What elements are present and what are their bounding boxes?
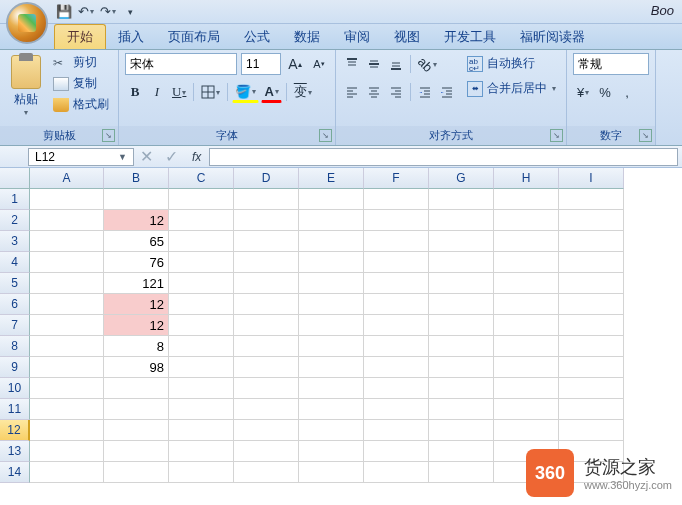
column-header-I[interactable]: I (559, 168, 624, 189)
cell-F3[interactable] (364, 231, 429, 252)
cell-A9[interactable] (30, 357, 104, 378)
cell-I2[interactable] (559, 210, 624, 231)
align-right-button[interactable] (386, 81, 406, 103)
cell-G1[interactable] (429, 189, 494, 210)
column-header-D[interactable]: D (234, 168, 299, 189)
name-box[interactable]: L12▼ (28, 148, 134, 166)
cell-C13[interactable] (169, 441, 234, 462)
phonetic-button[interactable]: 变 (291, 81, 315, 103)
cell-I11[interactable] (559, 399, 624, 420)
align-left-button[interactable] (342, 81, 362, 103)
cell-I12[interactable] (559, 420, 624, 441)
cell-D9[interactable] (234, 357, 299, 378)
cell-B7[interactable]: 12 (104, 315, 169, 336)
cell-E14[interactable] (299, 462, 364, 483)
tab-insert[interactable]: 插入 (106, 24, 156, 49)
cell-G10[interactable] (429, 378, 494, 399)
cell-A2[interactable] (30, 210, 104, 231)
cell-D3[interactable] (234, 231, 299, 252)
cell-I3[interactable] (559, 231, 624, 252)
cell-D10[interactable] (234, 378, 299, 399)
fx-button[interactable]: fx (192, 150, 201, 164)
cell-A3[interactable] (30, 231, 104, 252)
row-header-3[interactable]: 3 (0, 231, 30, 252)
comma-button[interactable]: , (617, 81, 637, 103)
cell-D2[interactable] (234, 210, 299, 231)
cell-D5[interactable] (234, 273, 299, 294)
cell-G12[interactable] (429, 420, 494, 441)
row-header-2[interactable]: 2 (0, 210, 30, 231)
cell-B8[interactable]: 8 (104, 336, 169, 357)
align-bottom-button[interactable] (386, 53, 406, 75)
row-header-11[interactable]: 11 (0, 399, 30, 420)
cell-F7[interactable] (364, 315, 429, 336)
number-format-select[interactable] (573, 53, 649, 75)
qat-customize-icon[interactable]: ▾ (122, 4, 138, 20)
cell-G8[interactable] (429, 336, 494, 357)
cell-B2[interactable]: 12 (104, 210, 169, 231)
cell-C4[interactable] (169, 252, 234, 273)
formula-bar[interactable] (209, 148, 678, 166)
cell-D11[interactable] (234, 399, 299, 420)
cell-F4[interactable] (364, 252, 429, 273)
border-button[interactable] (198, 81, 223, 103)
cell-A1[interactable] (30, 189, 104, 210)
font-name-select[interactable] (125, 53, 237, 75)
cell-C8[interactable] (169, 336, 234, 357)
font-dialog-launcher[interactable]: ↘ (319, 129, 332, 142)
cell-G6[interactable] (429, 294, 494, 315)
number-dialog-launcher[interactable]: ↘ (639, 129, 652, 142)
row-header-10[interactable]: 10 (0, 378, 30, 399)
accounting-format-button[interactable]: ¥ (573, 81, 593, 103)
percent-button[interactable]: % (595, 81, 615, 103)
cell-H1[interactable] (494, 189, 559, 210)
cell-E9[interactable] (299, 357, 364, 378)
cell-D6[interactable] (234, 294, 299, 315)
cell-G14[interactable] (429, 462, 494, 483)
row-header-12[interactable]: 12 (0, 420, 30, 441)
cell-F9[interactable] (364, 357, 429, 378)
redo-icon[interactable]: ↷ (100, 4, 116, 20)
save-icon[interactable]: 💾 (56, 4, 72, 20)
cell-D14[interactable] (234, 462, 299, 483)
align-center-button[interactable] (364, 81, 384, 103)
cell-D8[interactable] (234, 336, 299, 357)
cell-F1[interactable] (364, 189, 429, 210)
row-header-6[interactable]: 6 (0, 294, 30, 315)
cell-G11[interactable] (429, 399, 494, 420)
cells-area[interactable]: 1265761211212898 (30, 189, 682, 483)
font-color-button[interactable]: A (261, 81, 281, 103)
align-middle-button[interactable] (364, 53, 384, 75)
cell-G4[interactable] (429, 252, 494, 273)
cell-A4[interactable] (30, 252, 104, 273)
cell-A7[interactable] (30, 315, 104, 336)
cell-B6[interactable]: 12 (104, 294, 169, 315)
column-header-G[interactable]: G (429, 168, 494, 189)
cell-C7[interactable] (169, 315, 234, 336)
cell-E2[interactable] (299, 210, 364, 231)
cell-H6[interactable] (494, 294, 559, 315)
cell-A6[interactable] (30, 294, 104, 315)
cell-E5[interactable] (299, 273, 364, 294)
row-header-1[interactable]: 1 (0, 189, 30, 210)
cell-D4[interactable] (234, 252, 299, 273)
tab-view[interactable]: 视图 (382, 24, 432, 49)
cell-B1[interactable] (104, 189, 169, 210)
bold-button[interactable]: B (125, 81, 145, 103)
cell-C1[interactable] (169, 189, 234, 210)
cell-B10[interactable] (104, 378, 169, 399)
cell-I7[interactable] (559, 315, 624, 336)
cell-B4[interactable]: 76 (104, 252, 169, 273)
cell-I5[interactable] (559, 273, 624, 294)
copy-button[interactable]: 复制 (50, 74, 112, 93)
cell-A12[interactable] (30, 420, 104, 441)
cell-H2[interactable] (494, 210, 559, 231)
cell-H10[interactable] (494, 378, 559, 399)
cell-A13[interactable] (30, 441, 104, 462)
underline-button[interactable]: U (169, 81, 189, 103)
enter-icon[interactable]: ✓ (165, 147, 178, 166)
cell-I8[interactable] (559, 336, 624, 357)
undo-icon[interactable]: ↶ (78, 4, 94, 20)
cancel-icon[interactable]: ✕ (140, 147, 153, 166)
column-header-F[interactable]: F (364, 168, 429, 189)
